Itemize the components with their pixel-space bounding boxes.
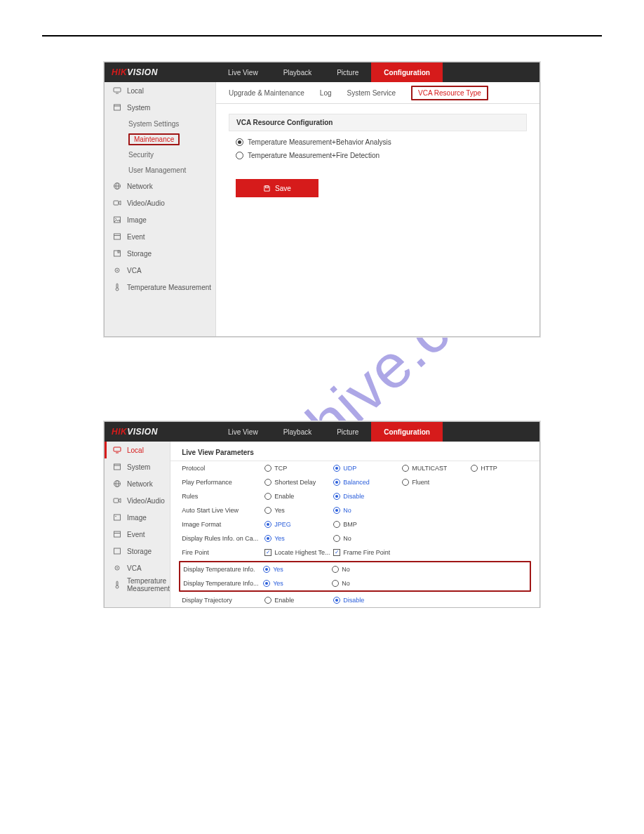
thermometer-icon bbox=[113, 283, 121, 291]
sidebar-storage[interactable]: Storage bbox=[105, 543, 170, 560]
opt-label: JPEG bbox=[274, 521, 291, 528]
radio-fire-detection[interactable]: Temperature Measurement+Fire Detection bbox=[236, 152, 520, 159]
sidebar-vca[interactable]: VCA bbox=[105, 262, 215, 279]
tab-vca-resource-type[interactable]: VCA Resource Type bbox=[411, 86, 488, 100]
nav-live-view[interactable]: Live View bbox=[215, 62, 271, 82]
brand-logo: HIKVISION bbox=[105, 427, 215, 437]
radio-icon bbox=[263, 566, 270, 573]
opt-balanced[interactable]: Balanced bbox=[333, 479, 402, 486]
opt-label: No bbox=[343, 535, 351, 542]
radio-icon bbox=[332, 580, 339, 587]
sidebar-system[interactable]: System bbox=[105, 99, 215, 116]
sidebar-maintenance[interactable]: Maintenance bbox=[105, 131, 215, 147]
sidebar-network[interactable]: Network bbox=[105, 475, 170, 492]
opt-no[interactable]: No bbox=[332, 580, 401, 587]
sidebar-system[interactable]: System bbox=[105, 458, 170, 475]
svg-point-9 bbox=[115, 218, 116, 220]
sidebar-temperature[interactable]: Temperature Measurement bbox=[105, 576, 170, 593]
sidebar-user-management[interactable]: User Management bbox=[105, 162, 215, 178]
sidebar-storage[interactable]: Storage bbox=[105, 245, 215, 262]
tab-log[interactable]: Log bbox=[320, 89, 332, 97]
radio-icon bbox=[402, 465, 409, 472]
row-display-rules-capture: Display Rules Info. on Ca... Yes No bbox=[170, 531, 539, 545]
opt-label: No bbox=[342, 580, 350, 587]
image-icon bbox=[113, 216, 121, 224]
tab-system-service[interactable]: System Service bbox=[347, 89, 396, 97]
content-area: Live View Parameters Protocol TCP UDP MU… bbox=[170, 442, 539, 607]
nav-playback[interactable]: Playback bbox=[271, 422, 325, 442]
checkbox-icon: ✓ bbox=[333, 549, 340, 556]
nav-configuration[interactable]: Configuration bbox=[371, 422, 443, 442]
opt-label: Balanced bbox=[343, 479, 370, 486]
radio-icon bbox=[333, 597, 340, 604]
nav-picture[interactable]: Picture bbox=[324, 422, 371, 442]
radio-behavior-analysis[interactable]: Temperature Measurement+Behavior Analysi… bbox=[236, 138, 520, 146]
sidebar-system-settings[interactable]: System Settings bbox=[105, 116, 215, 131]
checkbox-icon: ✓ bbox=[264, 549, 271, 556]
sidebar-security[interactable]: Security bbox=[105, 147, 215, 162]
opt-label: Enable bbox=[274, 493, 294, 500]
opt-enable[interactable]: Enable bbox=[264, 493, 333, 500]
sidebar-network[interactable]: Network bbox=[105, 178, 215, 194]
svg-rect-21 bbox=[114, 464, 121, 470]
opt-label: Disable bbox=[343, 493, 364, 500]
opt-no[interactable]: No bbox=[333, 507, 402, 514]
radio-icon bbox=[333, 535, 340, 542]
nav-playback[interactable]: Playback bbox=[271, 62, 325, 82]
sidebar-local[interactable]: Local bbox=[105, 82, 215, 99]
sidebar-event[interactable]: Event bbox=[105, 526, 170, 543]
opt-no[interactable]: No bbox=[332, 566, 401, 573]
sidebar-label: System bbox=[127, 104, 150, 112]
nav-configuration[interactable]: Configuration bbox=[371, 62, 443, 82]
opt-tcp[interactable]: TCP bbox=[264, 465, 333, 472]
row-display-trajectory: Display Trajectory Enable Disable bbox=[170, 593, 539, 607]
opt-yes[interactable]: Yes bbox=[263, 580, 332, 587]
sidebar-image[interactable]: Image bbox=[105, 211, 215, 228]
sidebar-vca[interactable]: VCA bbox=[105, 560, 170, 576]
radio-icon bbox=[333, 479, 340, 486]
opt-yes[interactable]: Yes bbox=[264, 507, 333, 514]
sidebar-event[interactable]: Event bbox=[105, 228, 215, 245]
opt-fluent[interactable]: Fluent bbox=[402, 479, 471, 486]
svg-rect-31 bbox=[114, 548, 121, 554]
nav-live-view[interactable]: Live View bbox=[215, 422, 271, 442]
sidebar-local[interactable]: Local bbox=[105, 442, 170, 458]
opt-no[interactable]: No bbox=[333, 535, 402, 542]
svg-rect-29 bbox=[114, 531, 121, 537]
svg-rect-7 bbox=[114, 201, 119, 205]
sidebar-temperature[interactable]: Temperature Measurement bbox=[105, 279, 215, 296]
opt-multicast[interactable]: MULTICAST bbox=[402, 465, 471, 472]
opt-disable[interactable]: Disable bbox=[333, 597, 402, 604]
opt-jpeg[interactable]: JPEG bbox=[264, 521, 333, 528]
opt-yes[interactable]: Yes bbox=[264, 535, 333, 542]
sidebar-image[interactable]: Image bbox=[105, 509, 170, 526]
nav-picture[interactable]: Picture bbox=[324, 62, 371, 82]
tab-upgrade-maintenance[interactable]: Upgrade & Maintenance bbox=[229, 89, 304, 97]
opt-shortest-delay[interactable]: Shortest Delay bbox=[264, 479, 333, 486]
radio-icon bbox=[333, 521, 340, 528]
row-rules: Rules Enable Disable bbox=[170, 489, 539, 503]
opt-udp[interactable]: UDP bbox=[333, 465, 402, 472]
gear-icon bbox=[113, 564, 121, 572]
opt-bmp[interactable]: BMP bbox=[333, 521, 402, 528]
opt-enable[interactable]: Enable bbox=[264, 597, 333, 604]
radio-icon bbox=[264, 521, 271, 528]
sidebar-label: Storage bbox=[127, 548, 152, 555]
sidebar-video-audio[interactable]: Video/Audio bbox=[105, 492, 170, 509]
highlight-box: VCA Resource Type bbox=[411, 86, 488, 100]
sidebar-label: Local bbox=[127, 87, 144, 95]
section-title: VCA Resource Configuration bbox=[229, 114, 527, 131]
panel-title: Live View Parameters bbox=[170, 442, 539, 461]
opt-frame-fire-point[interactable]: ✓Frame Fire Point bbox=[333, 549, 402, 556]
svg-rect-27 bbox=[114, 515, 121, 520]
opt-disable[interactable]: Disable bbox=[333, 493, 402, 500]
save-button[interactable]: Save bbox=[236, 179, 318, 197]
monitor-icon bbox=[113, 86, 121, 95]
sidebar-video-audio[interactable]: Video/Audio bbox=[105, 194, 215, 211]
row-image-format: Image Format JPEG BMP bbox=[170, 517, 539, 531]
opt-label: HTTP bbox=[481, 465, 497, 472]
opt-http[interactable]: HTTP bbox=[471, 465, 539, 472]
opt-yes[interactable]: Yes bbox=[263, 566, 332, 573]
radio-icon bbox=[264, 465, 271, 472]
opt-locate-highest[interactable]: ✓Locate Highest Te... bbox=[264, 549, 333, 556]
